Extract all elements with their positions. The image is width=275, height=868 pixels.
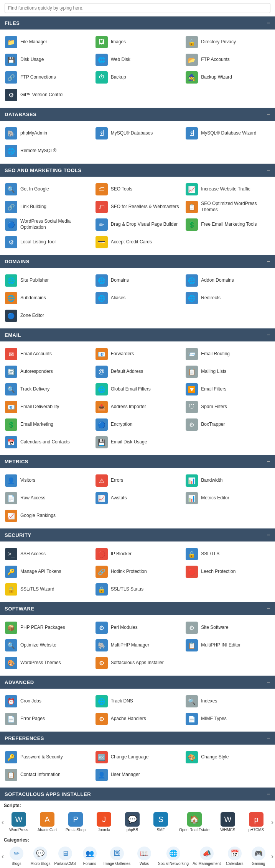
list-item[interactable]: ⚙Git™ Version Control <box>2 86 92 104</box>
list-item[interactable]: 📈Awstats <box>92 489 183 507</box>
script-item[interactable]: WWordPress <box>8 811 30 834</box>
list-item[interactable]: ✉Email Accounts <box>2 345 92 363</box>
list-item[interactable]: 📨Email Routing <box>183 345 273 363</box>
list-item[interactable]: 📂FTP Accounts <box>183 51 273 69</box>
scroll-right-arrow[interactable]: › <box>270 818 275 826</box>
list-item[interactable]: 📈Google Rankings <box>2 507 92 525</box>
list-item[interactable]: 💾Disk Usage <box>2 51 92 69</box>
list-item[interactable]: 📧Email Deliverability <box>2 398 92 416</box>
list-item[interactable]: 📋Contact Information <box>2 766 92 784</box>
list-item[interactable]: ⚙Perl Modules <box>92 619 183 637</box>
list-item[interactable]: 🐘phpMyAdmin <box>2 125 92 142</box>
category-item[interactable]: 🎮Gaming <box>248 845 269 867</box>
list-item[interactable]: 🎨WordPress Themes <box>2 654 92 672</box>
list-item[interactable]: 📅Calendars and Contacts <box>2 433 92 451</box>
list-item[interactable]: 🖼Images <box>92 33 183 51</box>
list-item[interactable]: 🔒SSL/TLS <box>183 545 273 563</box>
category-item[interactable]: 🖥Portals/CMS <box>54 845 77 867</box>
cat-scroll-right[interactable]: › <box>270 852 275 860</box>
list-item[interactable]: 🔗FTP Connections <box>2 69 92 86</box>
list-item[interactable]: 🧙Backup Wizard <box>183 69 273 86</box>
list-item[interactable]: 🔗Hotlink Protection <box>92 563 183 581</box>
list-item[interactable]: 💲Email Marketing <box>2 416 92 433</box>
list-item[interactable]: 🌐Redirects <box>183 289 273 307</box>
script-item[interactable]: JJoomla <box>93 811 115 834</box>
list-item[interactable]: 📥Address Importer <box>92 398 183 416</box>
list-item[interactable]: 🔵Zone Editor <box>2 307 92 325</box>
list-item[interactable]: 🌐Site Publisher <box>2 272 92 289</box>
category-item[interactable]: 🖼Image Galleries <box>103 845 131 867</box>
script-item[interactable]: SSMF <box>150 811 171 834</box>
script-item[interactable]: 💬phpBB <box>122 811 143 834</box>
list-item[interactable]: 📊Metrics Editor <box>183 489 273 507</box>
list-item[interactable]: 🔤Change Language <box>92 748 183 766</box>
category-item[interactable]: 👥Forums <box>79 845 100 867</box>
section-toggle-files[interactable]: – <box>267 20 270 26</box>
list-item[interactable]: 👤User Manager <box>92 766 183 784</box>
list-item[interactable]: 💳Accept Credit Cards <box>92 233 183 251</box>
cat-scroll-left[interactable]: ‹ <box>0 852 5 860</box>
section-toggle-security[interactable]: – <box>267 532 270 538</box>
list-item[interactable]: ⚙Apache Handlers <box>92 710 183 728</box>
script-item[interactable]: ppH7CMS <box>245 811 267 834</box>
script-item[interactable]: WWHMCS <box>217 811 239 834</box>
search-input[interactable] <box>5 3 270 13</box>
category-item[interactable]: 💬Micro Blogs <box>30 845 51 867</box>
list-item[interactable]: 🛡Spam Filters <box>183 398 273 416</box>
list-item[interactable]: 🌐Domains <box>92 272 183 289</box>
list-item[interactable]: 🎨Change Style <box>183 748 273 766</box>
list-item[interactable]: 🗄MySQL® Database Wizard <box>183 125 273 142</box>
list-item[interactable]: 🔵WordPress Social Media Optimization <box>2 216 92 233</box>
list-item[interactable]: 🔒SSL/TLS Status <box>92 581 183 598</box>
list-item[interactable]: 💲Free Email Marketing Tools <box>183 216 273 233</box>
list-item[interactable]: ✏Drag & Drop Visual Page Builder <box>92 216 183 233</box>
category-item[interactable]: 📣Ad Management <box>192 845 221 867</box>
list-item[interactable]: 🌐Addon Domains <box>183 272 273 289</box>
list-item[interactable]: 🐘MultiPHP Manager <box>92 637 183 654</box>
list-item[interactable]: 🗄MySQL® Databases <box>92 125 183 142</box>
script-item[interactable]: PPrestaShop <box>65 811 86 834</box>
list-item[interactable]: 📋MultiPHP INI Editor <box>183 637 273 654</box>
list-item[interactable]: 📈Increase Website Traffic <box>183 180 273 198</box>
section-toggle-databases[interactable]: – <box>267 111 270 118</box>
section-toggle-email[interactable]: – <box>267 331 270 338</box>
list-item[interactable]: ⚙Site Software <box>183 619 273 637</box>
list-item[interactable]: ⚠Errors <box>92 472 183 489</box>
script-item[interactable]: AAbanteCart <box>36 811 58 834</box>
list-item[interactable]: 🔽Email Filters <box>183 381 273 398</box>
list-item[interactable]: 📧Forwarders <box>92 345 183 363</box>
category-item[interactable]: ✏Blogs <box>6 845 27 867</box>
list-item[interactable]: 🔍Track Delivery <box>2 381 92 398</box>
list-item[interactable]: 📄Raw Access <box>2 489 92 507</box>
section-toggle-preferences[interactable]: – <box>267 735 270 742</box>
category-item[interactable]: 📅Calendars <box>224 845 245 867</box>
list-item[interactable]: 📋SEO Optimized WordPress Themes <box>183 198 273 216</box>
list-item[interactable]: 📁File Manager <box>2 33 92 51</box>
list-item[interactable]: 🌐Web Disk <box>92 51 183 69</box>
list-item[interactable]: 🌐Track DNS <box>92 692 183 710</box>
list-item[interactable]: 🚫IP Blocker <box>92 545 183 563</box>
list-item[interactable]: ⏱Backup <box>92 69 183 86</box>
section-toggle-advanced[interactable]: – <box>267 679 270 686</box>
list-item[interactable]: 🔍Get In Google <box>2 180 92 198</box>
list-item[interactable]: 👤Visitors <box>2 472 92 489</box>
list-item[interactable]: @Default Address <box>92 363 183 381</box>
list-item[interactable]: 🔑Manage API Tokens <box>2 563 92 581</box>
list-item[interactable]: 🔄Autoresponders <box>2 363 92 381</box>
category-item[interactable]: 🌐Social Networking <box>157 845 189 867</box>
list-item[interactable]: 📄Error Pages <box>2 710 92 728</box>
list-item[interactable]: 📄MIME Types <box>183 710 273 728</box>
section-toggle-metrics[interactable]: – <box>267 458 270 465</box>
list-item[interactable]: 🔒SSL/TLS Wizard <box>2 581 92 598</box>
list-item[interactable]: 🏷SEO Tools <box>92 180 183 198</box>
list-item[interactable]: 📋Mailing Lists <box>183 363 273 381</box>
list-item[interactable]: ⚙BoxTrapper <box>183 416 273 433</box>
list-item[interactable]: 🔍Indexes <box>183 692 273 710</box>
section-toggle-software[interactable]: – <box>267 605 270 612</box>
list-item[interactable]: 🌐Remote MySQL® <box>2 142 92 160</box>
category-item[interactable]: 📖Wikis <box>133 845 155 867</box>
list-item[interactable]: >_SSH Access <box>2 545 92 563</box>
list-item[interactable]: 🔗Link Building <box>2 198 92 216</box>
list-item[interactable]: 🛑Leech Protection <box>183 563 273 581</box>
section-toggle-seo[interactable]: – <box>267 167 270 174</box>
